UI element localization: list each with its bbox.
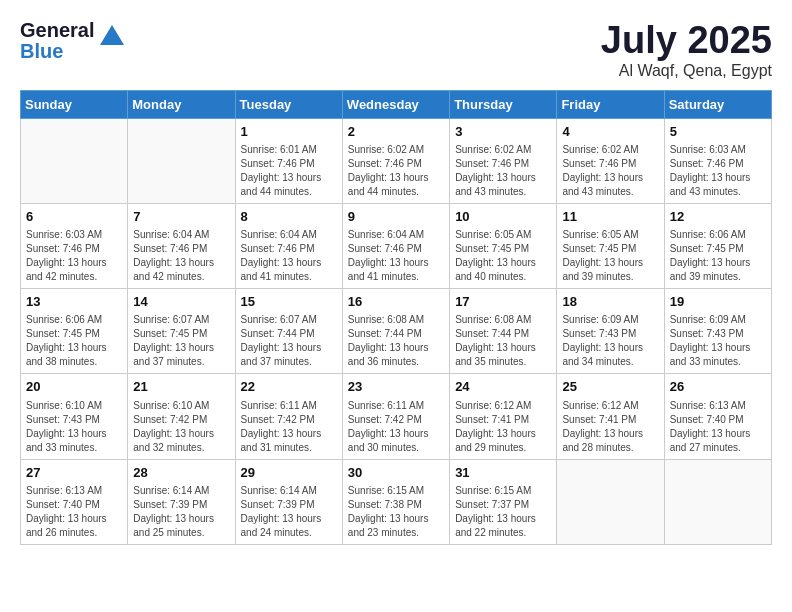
- calendar-day-cell: 28Sunrise: 6:14 AM Sunset: 7:39 PM Dayli…: [128, 459, 235, 544]
- calendar-day-cell: 22Sunrise: 6:11 AM Sunset: 7:42 PM Dayli…: [235, 374, 342, 459]
- day-info: Sunrise: 6:05 AM Sunset: 7:45 PM Dayligh…: [455, 228, 551, 284]
- day-info: Sunrise: 6:02 AM Sunset: 7:46 PM Dayligh…: [455, 143, 551, 199]
- day-number: 27: [26, 464, 122, 482]
- day-info: Sunrise: 6:08 AM Sunset: 7:44 PM Dayligh…: [348, 313, 444, 369]
- calendar-day-cell: 2Sunrise: 6:02 AM Sunset: 7:46 PM Daylig…: [342, 118, 449, 203]
- day-of-week-header: Saturday: [664, 90, 771, 118]
- day-number: 20: [26, 378, 122, 396]
- calendar-day-cell: 23Sunrise: 6:11 AM Sunset: 7:42 PM Dayli…: [342, 374, 449, 459]
- calendar-table: SundayMondayTuesdayWednesdayThursdayFrid…: [20, 90, 772, 545]
- day-number: 15: [241, 293, 337, 311]
- day-number: 10: [455, 208, 551, 226]
- day-info: Sunrise: 6:02 AM Sunset: 7:46 PM Dayligh…: [562, 143, 658, 199]
- day-number: 9: [348, 208, 444, 226]
- day-number: 3: [455, 123, 551, 141]
- calendar-day-cell: 30Sunrise: 6:15 AM Sunset: 7:38 PM Dayli…: [342, 459, 449, 544]
- calendar-week-row: 13Sunrise: 6:06 AM Sunset: 7:45 PM Dayli…: [21, 289, 772, 374]
- day-number: 18: [562, 293, 658, 311]
- calendar-day-cell: [557, 459, 664, 544]
- calendar-day-cell: 24Sunrise: 6:12 AM Sunset: 7:41 PM Dayli…: [450, 374, 557, 459]
- calendar-day-cell: 7Sunrise: 6:04 AM Sunset: 7:46 PM Daylig…: [128, 203, 235, 288]
- day-number: 4: [562, 123, 658, 141]
- day-number: 17: [455, 293, 551, 311]
- day-info: Sunrise: 6:06 AM Sunset: 7:45 PM Dayligh…: [26, 313, 122, 369]
- day-of-week-header: Friday: [557, 90, 664, 118]
- day-info: Sunrise: 6:10 AM Sunset: 7:42 PM Dayligh…: [133, 399, 229, 455]
- day-number: 12: [670, 208, 766, 226]
- calendar-day-cell: 18Sunrise: 6:09 AM Sunset: 7:43 PM Dayli…: [557, 289, 664, 374]
- logo: General Blue: [20, 20, 126, 62]
- day-number: 8: [241, 208, 337, 226]
- month-year-title: July 2025: [601, 20, 772, 62]
- calendar-day-cell: [21, 118, 128, 203]
- logo-text: General Blue: [20, 20, 94, 62]
- calendar-day-cell: 15Sunrise: 6:07 AM Sunset: 7:44 PM Dayli…: [235, 289, 342, 374]
- day-number: 22: [241, 378, 337, 396]
- calendar-day-cell: 13Sunrise: 6:06 AM Sunset: 7:45 PM Dayli…: [21, 289, 128, 374]
- calendar-day-cell: 11Sunrise: 6:05 AM Sunset: 7:45 PM Dayli…: [557, 203, 664, 288]
- day-number: 24: [455, 378, 551, 396]
- day-number: 25: [562, 378, 658, 396]
- calendar-day-cell: 14Sunrise: 6:07 AM Sunset: 7:45 PM Dayli…: [128, 289, 235, 374]
- day-info: Sunrise: 6:04 AM Sunset: 7:46 PM Dayligh…: [241, 228, 337, 284]
- calendar-day-cell: 31Sunrise: 6:15 AM Sunset: 7:37 PM Dayli…: [450, 459, 557, 544]
- calendar-day-cell: 12Sunrise: 6:06 AM Sunset: 7:45 PM Dayli…: [664, 203, 771, 288]
- day-number: 30: [348, 464, 444, 482]
- calendar-week-row: 1Sunrise: 6:01 AM Sunset: 7:46 PM Daylig…: [21, 118, 772, 203]
- day-number: 29: [241, 464, 337, 482]
- day-of-week-header: Sunday: [21, 90, 128, 118]
- day-number: 21: [133, 378, 229, 396]
- day-info: Sunrise: 6:15 AM Sunset: 7:37 PM Dayligh…: [455, 484, 551, 540]
- day-number: 11: [562, 208, 658, 226]
- calendar-day-cell: 27Sunrise: 6:13 AM Sunset: 7:40 PM Dayli…: [21, 459, 128, 544]
- calendar-day-cell: 17Sunrise: 6:08 AM Sunset: 7:44 PM Dayli…: [450, 289, 557, 374]
- calendar-day-cell: 3Sunrise: 6:02 AM Sunset: 7:46 PM Daylig…: [450, 118, 557, 203]
- day-number: 31: [455, 464, 551, 482]
- day-info: Sunrise: 6:11 AM Sunset: 7:42 PM Dayligh…: [241, 399, 337, 455]
- day-info: Sunrise: 6:15 AM Sunset: 7:38 PM Dayligh…: [348, 484, 444, 540]
- calendar-header-row: SundayMondayTuesdayWednesdayThursdayFrid…: [21, 90, 772, 118]
- day-of-week-header: Tuesday: [235, 90, 342, 118]
- calendar-day-cell: 1Sunrise: 6:01 AM Sunset: 7:46 PM Daylig…: [235, 118, 342, 203]
- logo-icon: [98, 23, 126, 51]
- day-info: Sunrise: 6:09 AM Sunset: 7:43 PM Dayligh…: [562, 313, 658, 369]
- day-number: 14: [133, 293, 229, 311]
- day-info: Sunrise: 6:13 AM Sunset: 7:40 PM Dayligh…: [26, 484, 122, 540]
- calendar-day-cell: [128, 118, 235, 203]
- day-info: Sunrise: 6:12 AM Sunset: 7:41 PM Dayligh…: [562, 399, 658, 455]
- day-info: Sunrise: 6:05 AM Sunset: 7:45 PM Dayligh…: [562, 228, 658, 284]
- day-info: Sunrise: 6:11 AM Sunset: 7:42 PM Dayligh…: [348, 399, 444, 455]
- day-number: 13: [26, 293, 122, 311]
- page-header: General Blue July 2025 Al Waqf, Qena, Eg…: [20, 20, 772, 80]
- day-number: 1: [241, 123, 337, 141]
- day-number: 5: [670, 123, 766, 141]
- day-number: 26: [670, 378, 766, 396]
- day-of-week-header: Thursday: [450, 90, 557, 118]
- calendar-day-cell: 25Sunrise: 6:12 AM Sunset: 7:41 PM Dayli…: [557, 374, 664, 459]
- day-number: 19: [670, 293, 766, 311]
- day-info: Sunrise: 6:04 AM Sunset: 7:46 PM Dayligh…: [133, 228, 229, 284]
- location-subtitle: Al Waqf, Qena, Egypt: [601, 62, 772, 80]
- day-info: Sunrise: 6:08 AM Sunset: 7:44 PM Dayligh…: [455, 313, 551, 369]
- calendar-week-row: 6Sunrise: 6:03 AM Sunset: 7:46 PM Daylig…: [21, 203, 772, 288]
- calendar-day-cell: 21Sunrise: 6:10 AM Sunset: 7:42 PM Dayli…: [128, 374, 235, 459]
- logo-general: General: [20, 19, 94, 41]
- calendar-day-cell: 19Sunrise: 6:09 AM Sunset: 7:43 PM Dayli…: [664, 289, 771, 374]
- calendar-day-cell: 16Sunrise: 6:08 AM Sunset: 7:44 PM Dayli…: [342, 289, 449, 374]
- day-number: 6: [26, 208, 122, 226]
- calendar-day-cell: 26Sunrise: 6:13 AM Sunset: 7:40 PM Dayli…: [664, 374, 771, 459]
- day-number: 23: [348, 378, 444, 396]
- title-area: July 2025 Al Waqf, Qena, Egypt: [601, 20, 772, 80]
- day-number: 28: [133, 464, 229, 482]
- day-number: 16: [348, 293, 444, 311]
- day-info: Sunrise: 6:09 AM Sunset: 7:43 PM Dayligh…: [670, 313, 766, 369]
- day-info: Sunrise: 6:10 AM Sunset: 7:43 PM Dayligh…: [26, 399, 122, 455]
- day-number: 7: [133, 208, 229, 226]
- day-info: Sunrise: 6:13 AM Sunset: 7:40 PM Dayligh…: [670, 399, 766, 455]
- day-info: Sunrise: 6:07 AM Sunset: 7:44 PM Dayligh…: [241, 313, 337, 369]
- day-number: 2: [348, 123, 444, 141]
- calendar-day-cell: 8Sunrise: 6:04 AM Sunset: 7:46 PM Daylig…: [235, 203, 342, 288]
- day-info: Sunrise: 6:04 AM Sunset: 7:46 PM Dayligh…: [348, 228, 444, 284]
- day-info: Sunrise: 6:02 AM Sunset: 7:46 PM Dayligh…: [348, 143, 444, 199]
- calendar-day-cell: 10Sunrise: 6:05 AM Sunset: 7:45 PM Dayli…: [450, 203, 557, 288]
